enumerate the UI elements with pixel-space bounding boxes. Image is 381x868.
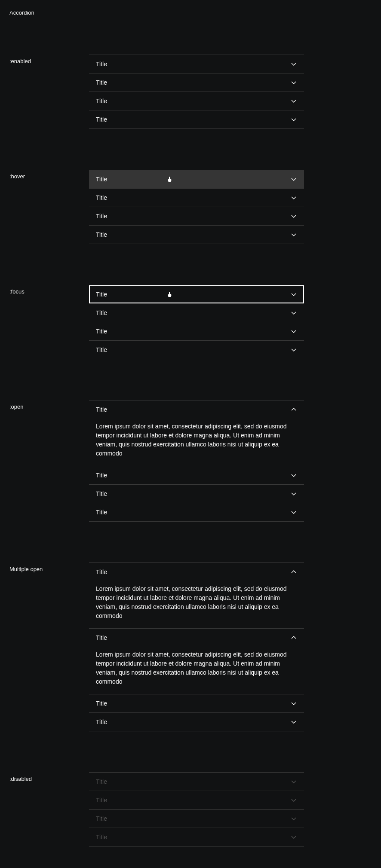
accordion-title: Title <box>96 61 107 67</box>
chevron-down-icon <box>290 490 297 497</box>
accordion-header[interactable]: Title <box>89 73 304 92</box>
accordion-item: Title <box>89 285 304 304</box>
accordion-title: Title <box>96 778 107 785</box>
accordion-title: Title <box>96 231 107 238</box>
chevron-down-icon <box>290 700 297 707</box>
accordion-title: Title <box>96 291 107 298</box>
accordion-multiple: Title Lorem ipsum dolor sit amet, consec… <box>89 562 304 731</box>
accordion-header[interactable]: Title <box>89 400 304 419</box>
chevron-down-icon <box>290 61 297 67</box>
chevron-down-icon <box>290 231 297 238</box>
chevron-down-icon <box>290 291 297 298</box>
accordion-content: Lorem ipsum dolor sit amet, consectetur … <box>89 419 304 466</box>
chevron-up-icon <box>290 568 297 575</box>
chevron-down-icon <box>290 472 297 479</box>
accordion-header: Title <box>89 791 304 809</box>
accordion-header[interactable]: Title <box>89 694 304 712</box>
accordion-header[interactable]: Title <box>89 285 304 303</box>
accordion-item: Title <box>89 485 304 503</box>
accordion-item: Title <box>89 773 304 791</box>
accordion-open: Title Lorem ipsum dolor sit amet, consec… <box>89 400 304 522</box>
accordion-disabled: Title Title Title Title <box>89 772 304 847</box>
chevron-down-icon <box>290 213 297 220</box>
accordion-title: Title <box>96 213 107 220</box>
accordion-content: Lorem ipsum dolor sit amet, consectetur … <box>89 647 304 694</box>
chevron-down-icon <box>290 834 297 840</box>
accordion-item: Title <box>89 170 304 189</box>
accordion-header[interactable]: Title <box>89 189 304 207</box>
chevron-down-icon <box>290 797 297 804</box>
accordion-header[interactable]: Title <box>89 485 304 503</box>
accordion-item: Title <box>89 503 304 522</box>
accordion-header[interactable]: Title <box>89 466 304 484</box>
accordion-title: Title <box>96 815 107 822</box>
state-label-multiple: Multiple open <box>9 562 89 572</box>
state-label-focus: :focus <box>9 285 89 295</box>
accordion-header[interactable]: Title <box>89 92 304 110</box>
accordion-title: Title <box>96 797 107 804</box>
accordion-item: Title <box>89 341 304 359</box>
accordion-item: Title <box>89 828 304 847</box>
accordion-title: Title <box>96 834 107 840</box>
section-multiple-open: Multiple open Title Lorem ipsum dolor si… <box>9 562 372 731</box>
accordion-title: Title <box>96 346 107 353</box>
accordion-title: Title <box>96 406 107 413</box>
accordion-title: Title <box>96 509 107 516</box>
accordion-title: Title <box>96 634 107 641</box>
accordion-title: Title <box>96 472 107 479</box>
chevron-down-icon <box>290 815 297 822</box>
accordion-header[interactable]: Title <box>89 304 304 322</box>
state-label-disabled: :disabled <box>9 772 89 782</box>
state-label-open: :open <box>9 400 89 410</box>
accordion-header[interactable]: Title <box>89 110 304 128</box>
accordion-item: Title Lorem ipsum dolor sit amet, consec… <box>89 629 304 694</box>
accordion-header[interactable]: Title <box>89 55 304 73</box>
accordion-title: Title <box>96 328 107 335</box>
accordion-item: Title <box>89 55 304 73</box>
accordion-title: Title <box>96 700 107 707</box>
page-title: Accordion <box>9 9 372 16</box>
accordion-title: Title <box>96 490 107 497</box>
state-label-enabled: :enabled <box>9 55 89 64</box>
chevron-down-icon <box>290 328 297 335</box>
accordion-title: Title <box>96 309 107 316</box>
accordion-item: Title Lorem ipsum dolor sit amet, consec… <box>89 563 304 629</box>
accordion-title: Title <box>96 194 107 201</box>
pointer-cursor-icon <box>166 176 173 183</box>
chevron-down-icon <box>290 79 297 86</box>
accordion-header[interactable]: Title <box>89 503 304 521</box>
accordion-header[interactable]: Title <box>89 170 304 188</box>
chevron-down-icon <box>290 194 297 201</box>
accordion-title: Title <box>96 718 107 725</box>
pointer-cursor-icon <box>166 291 173 298</box>
accordion-header[interactable]: Title <box>89 341 304 359</box>
accordion-header[interactable]: Title <box>89 322 304 340</box>
accordion-title: Title <box>96 79 107 86</box>
accordion-header: Title <box>89 810 304 828</box>
section-disabled: :disabled Title Title Title Title <box>9 772 372 847</box>
accordion-item: Title <box>89 110 304 129</box>
accordion-item: Title <box>89 466 304 485</box>
accordion-item: Title <box>89 92 304 110</box>
chevron-down-icon <box>290 509 297 516</box>
accordion-item: Title <box>89 791 304 810</box>
chevron-down-icon <box>290 346 297 353</box>
accordion-title: Title <box>96 98 107 104</box>
accordion-header[interactable]: Title <box>89 563 304 581</box>
section-open: :open Title Lorem ipsum dolor sit amet, … <box>9 400 372 522</box>
accordion-hover: Title Title Title Title <box>89 170 304 244</box>
chevron-up-icon <box>290 406 297 413</box>
accordion-item: Title <box>89 304 304 322</box>
accordion-item: Title Lorem ipsum dolor sit amet, consec… <box>89 400 304 466</box>
accordion-header[interactable]: Title <box>89 226 304 244</box>
accordion-header[interactable]: Title <box>89 629 304 647</box>
section-hover: :hover Title Title Title Title <box>9 170 372 244</box>
accordion-item: Title <box>89 73 304 92</box>
accordion-header[interactable]: Title <box>89 713 304 731</box>
accordion-header[interactable]: Title <box>89 207 304 225</box>
state-label-hover: :hover <box>9 170 89 180</box>
accordion-title: Title <box>96 568 107 575</box>
chevron-down-icon <box>290 718 297 725</box>
section-focus: :focus Title Title Title Title <box>9 285 372 359</box>
accordion-title: Title <box>96 176 107 183</box>
